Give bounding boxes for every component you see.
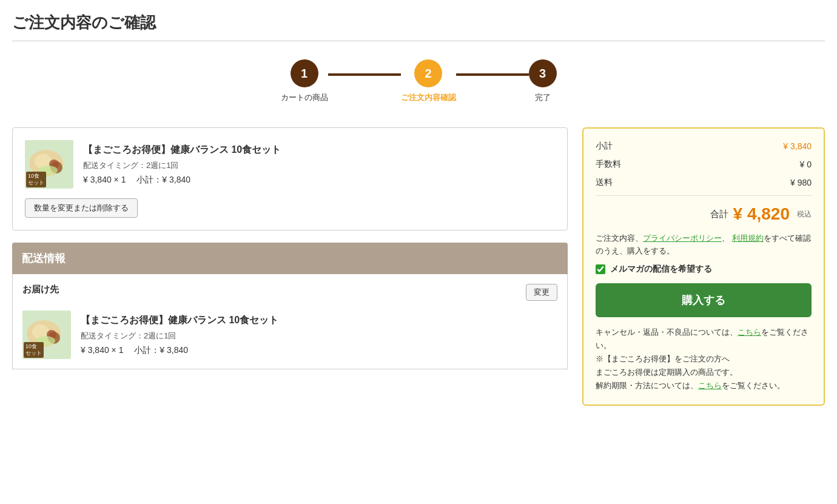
cancel-note-line5: 解約期限・方法については、 (596, 381, 698, 390)
delivery-product-price: ¥ 3,840 × 1 小計：¥ 3,840 (81, 345, 557, 356)
step-1-circle: 1 (291, 59, 318, 87)
summary-shipping-label: 送料 (596, 177, 613, 188)
summary-fee-amount: ¥ 0 (800, 160, 812, 169)
newsletter-row: メルマガの配信を希望する (596, 264, 812, 275)
summary-tax-note: 税込 (797, 209, 812, 220)
summary-column: 小計 ¥ 3,840 手数料 ¥ 0 送料 ¥ 980 合計 ¥ 4,8 (582, 127, 825, 406)
step-1: 1 カートの商品 (281, 59, 328, 103)
newsletter-checkbox[interactable] (596, 264, 605, 274)
policy-text: ご注文内容、プライバシーポリシー、 利用規約をすべて確認のうえ、購入をする。 (596, 232, 812, 258)
product-card: 10食 セット 【まごころお得便】健康バランス 10食セット 配送タイミング：2… (12, 127, 568, 230)
step-3: 3 完了 (529, 59, 557, 103)
product-row: 10食 セット 【まごころお得便】健康バランス 10食セット 配送タイミング：2… (25, 140, 555, 189)
cancel-note-line3: ※【まごころお得便】をご注文の方へ (596, 354, 730, 363)
summary-shipping-amount: ¥ 980 (790, 178, 812, 187)
left-column: 10食 セット 【まごころお得便】健康バランス 10食セット 配送タイミング：2… (12, 127, 568, 369)
step-2: 2 ご注文内容確認 (401, 59, 456, 103)
change-address-button[interactable]: 変更 (526, 284, 557, 301)
product-badge: 10食 セット (26, 172, 46, 187)
cancel-note-line1: キャンセル・返品・不良品については、 (596, 328, 738, 337)
delivery-product-image: 10食 セット (22, 311, 71, 359)
delivery-product-timing: 配送タイミング：2週に1回 (81, 331, 557, 341)
summary-divider (596, 195, 812, 196)
delivery-product-info: 【まごころお得便】健康バランス 10食セット 配送タイミング：2週に1回 ¥ 3… (81, 314, 557, 356)
summary-subtotal-row: 小計 ¥ 3,840 (596, 141, 812, 152)
summary-fee-label: 手数料 (596, 159, 621, 170)
product-delivery-timing: 配送タイミング：2週に1回 (83, 160, 555, 171)
summary-shipping-row: 送料 ¥ 980 (596, 177, 812, 188)
delivery-section: 配送情報 お届け先 変更 (12, 243, 568, 369)
policy-text-before: ご注文内容、 (596, 234, 643, 243)
cancel-note-line6: をご覧ください。 (722, 381, 785, 390)
product-info: 【まごころお得便】健康バランス 10食セット 配送タイミング：2週に1回 ¥ 3… (83, 144, 555, 186)
summary-subtotal-label: 小計 (596, 141, 613, 152)
product-name: 【まごころお得便】健康バランス 10食セット (83, 144, 555, 156)
summary-total-label: 合計 (710, 209, 728, 220)
delivery-address-label: お届け先 (22, 284, 59, 295)
product-image: 10食 セット (25, 140, 73, 189)
summary-fee-row: 手数料 ¥ 0 (596, 159, 812, 170)
summary-total-amount: ¥ 4,820 (733, 204, 790, 224)
page-title: ご注文内容のご確認 (12, 12, 825, 41)
change-quantity-button[interactable]: 数量を変更または削除する (25, 198, 138, 218)
order-stepper: 1 カートの商品 2 ご注文内容確認 3 完了 (12, 59, 825, 103)
step-2-circle: 2 (414, 59, 442, 87)
step-line-1 (328, 73, 401, 76)
step-1-label: カートの商品 (281, 92, 328, 103)
summary-box: 小計 ¥ 3,840 手数料 ¥ 0 送料 ¥ 980 合計 ¥ 4,8 (582, 127, 825, 406)
cancel-link-2[interactable]: こちら (698, 381, 722, 390)
step-line-2 (456, 73, 529, 76)
policy-text-middle: 、 (722, 234, 732, 243)
step-3-label: 完了 (535, 92, 551, 103)
newsletter-label: メルマガの配信を希望する (610, 264, 712, 275)
cancel-note-line4: まごころお得便は定期購入の商品です。 (596, 368, 738, 377)
terms-link[interactable]: 利用規約 (732, 234, 764, 243)
purchase-button[interactable]: 購入する (596, 283, 812, 317)
step-2-label: ご注文内容確認 (401, 92, 456, 103)
delivery-product-badge: 10食 セット (24, 342, 44, 358)
step-3-circle: 3 (529, 59, 557, 87)
delivery-product-row: 10食 セット 【まごころお得便】健康バランス 10食セット 配送タイミング：2… (22, 311, 557, 359)
delivery-address-row: お届け先 変更 (22, 284, 557, 301)
delivery-body: お届け先 変更 (12, 274, 568, 369)
product-price-line: ¥ 3,840 × 1 小計：¥ 3,840 (83, 175, 555, 186)
summary-total-row: 合計 ¥ 4,820 税込 (596, 204, 812, 224)
summary-subtotal-amount: ¥ 3,840 (783, 141, 812, 151)
cancel-note: キャンセル・返品・不良品については、こちらをご覧ください。 ※【まごころお得便】… (596, 326, 812, 392)
delivery-product-name: 【まごころお得便】健康バランス 10食セット (81, 314, 557, 327)
main-layout: 10食 セット 【まごころお得便】健康バランス 10食セット 配送タイミング：2… (12, 127, 825, 406)
privacy-policy-link[interactable]: プライバシーポリシー (643, 234, 722, 243)
delivery-section-header: 配送情報 (12, 243, 568, 274)
cancel-link-1[interactable]: こちら (738, 328, 761, 337)
